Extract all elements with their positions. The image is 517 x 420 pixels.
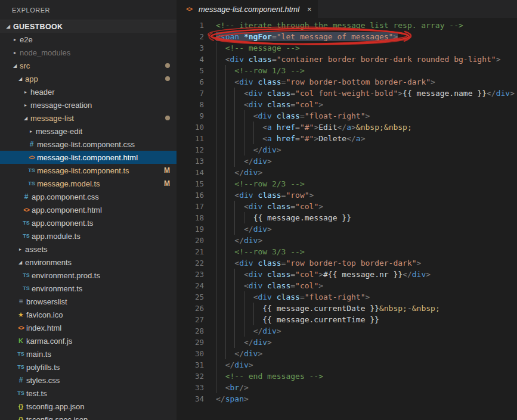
code-line[interactable]: 31 </div> [177, 359, 517, 371]
tree-item-label: karma.conf.js [26, 337, 72, 346]
tree-item-karma-conf-js[interactable]: Kkarma.conf.js [0, 334, 177, 347]
code-line[interactable]: 24 <div class="col"> [177, 280, 517, 291]
tree-item-environment-prod-ts[interactable]: TSenvironment.prod.ts [0, 269, 177, 282]
code-line[interactable]: 4 <div class="container border border-da… [177, 54, 517, 65]
tree-item-message-creation[interactable]: ▸message-creation [0, 98, 177, 111]
code-line[interactable]: 23 <div class="col">#{{ message.nr }}</d… [177, 269, 517, 280]
indent-guide [244, 314, 244, 325]
tab-message-list-component-html[interactable]: <> message-list.component.html × [177, 0, 318, 18]
code-line[interactable]: 19 </div> [177, 223, 517, 235]
tree-item-index-html[interactable]: <>index.html [0, 321, 177, 334]
code-line[interactable]: 15 <!--row 2/3 --> [177, 178, 517, 189]
code-line[interactable]: 12 </div> [177, 144, 517, 155]
tree-item-tsconfig-app-json[interactable]: {}tsconfig.app.json [0, 400, 177, 413]
git-modified-badge: M [164, 166, 170, 175]
line-number: 4 [177, 54, 204, 65]
tree-item-styles-css[interactable]: #styles.css [0, 374, 177, 387]
indent-guide [216, 88, 216, 99]
tree-item-label: header [30, 88, 54, 97]
code-line-content: <div class="float-right"> [216, 291, 370, 303]
tree-item-label: message-edit [36, 127, 82, 136]
tree-item-node-modules[interactable]: ▸node_modules [0, 46, 177, 59]
indent-guide [225, 144, 226, 155]
code-line[interactable]: 33 <br/> [177, 382, 517, 393]
line-number: 12 [177, 144, 204, 155]
line-number: 32 [177, 371, 204, 382]
tree-item-app-component-html[interactable]: <>app.component.html [0, 203, 177, 216]
code-line[interactable]: 13 </div> [177, 155, 517, 167]
code-line[interactable]: 14 </div> [177, 167, 517, 178]
code-line[interactable]: 25 <div class="float-right"> [177, 291, 517, 303]
close-icon[interactable]: × [307, 5, 312, 14]
tree-item-label: node_modules [20, 48, 70, 57]
code-line[interactable]: 3 <!-- message --> [177, 42, 517, 54]
code-line[interactable]: 6 <div class="row border-bottom border-d… [177, 76, 517, 88]
indent-guide [216, 54, 216, 65]
code-line[interactable]: 29 </div> [177, 337, 517, 348]
indent-guide [234, 212, 235, 223]
code-line-content: {{ message.currentTime }} [216, 314, 379, 325]
code-line[interactable]: 1<!-- iterate through the message list r… [177, 20, 517, 31]
code-line[interactable]: 26 {{ message.currentDate }}&nbsp;-&nbsp… [177, 303, 517, 314]
indent-guide [244, 291, 244, 303]
indent-guide [216, 178, 216, 189]
indent-guide [225, 122, 226, 133]
code-line[interactable]: 22 <div class="row border-top border-dar… [177, 257, 517, 269]
tree-item-message-list-component-html[interactable]: <>message-list.component.html [0, 151, 177, 164]
tree-item-label: message-list.component.ts [37, 166, 129, 175]
selection-highlight: <span *ngFor="let message of messages"> [216, 32, 398, 41]
code-area[interactable]: 1<!-- iterate through the message list r… [177, 18, 517, 405]
tree-item-e2e[interactable]: ▸e2e [0, 33, 177, 46]
code-line-content: <a href="#">Delete</a> [216, 133, 366, 144]
code-line[interactable]: 34</span> [177, 393, 517, 405]
code-line[interactable]: 20 </div> [177, 235, 517, 246]
code-line[interactable]: 16 <div class="row"> [177, 189, 517, 201]
code-line[interactable]: 2<span *ngFor="let message of messages"> [177, 31, 517, 42]
indent-guide [225, 280, 226, 291]
code-line-content: <a href="#">Edit</a>&nbsp;&nbsp; [216, 122, 412, 133]
tree-item-tsconfig-spec-json[interactable]: {}tsconfig.spec.json [0, 413, 177, 420]
code-line-content: <div class="row border-top border-dark"> [216, 257, 421, 269]
tree-item-label: app [25, 74, 38, 83]
indent-guide [225, 303, 226, 314]
tree-item-app-component-css[interactable]: #app.component.css [0, 190, 177, 203]
line-number: 1 [177, 20, 204, 31]
tree-item-app-component-ts[interactable]: TSapp.component.ts [0, 216, 177, 229]
code-line[interactable]: 21 <!--row 3/3 --> [177, 246, 517, 257]
code-line-content: </div> [216, 167, 262, 178]
tree-item-message-list[interactable]: ◢message-list [0, 111, 177, 125]
tree-item-header[interactable]: ▸header [0, 85, 177, 98]
indent-guide [216, 65, 216, 76]
code-line[interactable]: 32 <!-- end messages --> [177, 371, 517, 382]
tree-item-app-module-ts[interactable]: TSapp.module.ts [0, 229, 177, 242]
line-number: 20 [177, 235, 204, 246]
tree-item-environments[interactable]: ◢environments [0, 256, 177, 269]
tree-item-assets[interactable]: ▸assets [0, 242, 177, 256]
code-line[interactable]: 30 </div> [177, 348, 517, 359]
code-line[interactable]: 27 {{ message.currentTime }} [177, 314, 517, 325]
tree-item-favicon-ico[interactable]: ★favicon.ico [0, 308, 177, 321]
tree-item-polyfills-ts[interactable]: TSpolyfills.ts [0, 360, 177, 374]
tree-item-src[interactable]: ◢src [0, 59, 177, 72]
code-line[interactable]: 18 {{ message.message }} [177, 212, 517, 223]
code-line[interactable]: 5 <!--row 1/3 --> [177, 65, 517, 76]
tree-item-message-list-component-ts[interactable]: TSmessage-list.component.tsM [0, 164, 177, 177]
tree-item-browserslist[interactable]: ≡browserslist [0, 295, 177, 308]
code-line[interactable]: 8 <div class="col"> [177, 99, 517, 110]
code-line[interactable]: 10 <a href="#">Edit</a>&nbsp;&nbsp; [177, 122, 517, 133]
tree-item-test-ts[interactable]: TStest.ts [0, 387, 177, 400]
tree-item-message-list-component-css[interactable]: #message-list.component.css [0, 138, 177, 151]
indent-guide [244, 212, 244, 223]
code-line[interactable]: 7 <div class="col font-weight-bold">{{ m… [177, 88, 517, 99]
code-line[interactable]: 17 <div class="col"> [177, 201, 517, 212]
section-header-guestbook[interactable]: ◢ GUESTBOOK [0, 20, 177, 33]
code-line[interactable]: 9 <div class="float-right"> [177, 110, 517, 122]
tree-item-environment-ts[interactable]: TSenvironment.ts [0, 282, 177, 295]
tree-item-message-edit[interactable]: ▸message-edit [0, 125, 177, 138]
line-number: 7 [177, 88, 204, 99]
tree-item-message-model-ts[interactable]: TSmessage.model.tsM [0, 177, 177, 190]
code-line[interactable]: 28 </div> [177, 325, 517, 337]
tree-item-app[interactable]: ◢app [0, 72, 177, 85]
code-line[interactable]: 11 <a href="#">Delete</a> [177, 133, 517, 144]
tree-item-main-ts[interactable]: TSmain.ts [0, 347, 177, 360]
